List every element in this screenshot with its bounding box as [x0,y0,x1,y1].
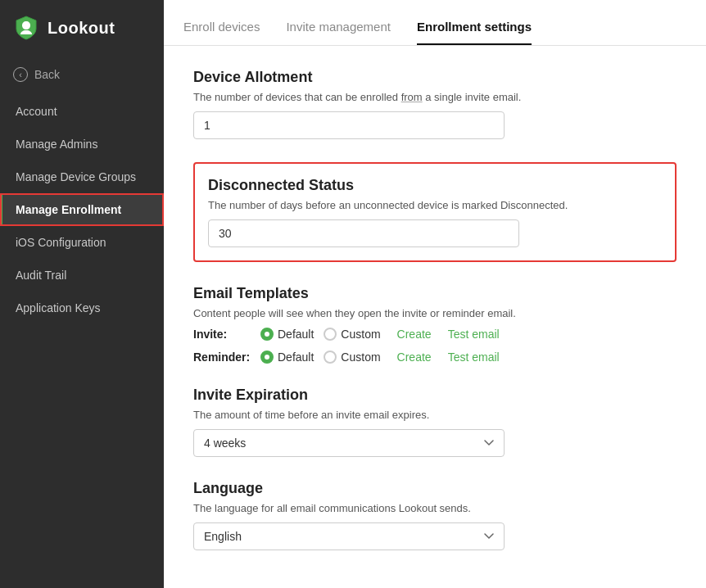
invite-test-link[interactable]: Test email [448,328,500,341]
sidebar-nav: Account Manage Admins Manage Device Grou… [0,95,164,324]
content-area: Device Allotment The number of devices t… [164,46,706,588]
device-allotment-title: Device Allotment [193,69,677,86]
invite-custom-radio[interactable]: Custom [324,328,380,341]
invite-template-row: Invite: Default Custom Create Test email [193,328,677,341]
sidebar-item-application-keys[interactable]: Application Keys [0,292,164,324]
invite-custom-label: Custom [341,328,380,341]
invite-expiration-section: Invite Expiration The amount of time bef… [193,387,677,457]
email-templates-desc: Content people will see when they open t… [193,307,677,319]
sidebar-item-manage-enrollment[interactable]: Manage Enrollment [0,193,164,226]
reminder-custom-label: Custom [341,351,380,364]
invite-create-link[interactable]: Create [397,328,432,341]
reminder-label: Reminder: [193,351,251,364]
tab-invite-management[interactable]: Invite management [286,20,391,45]
language-select[interactable]: English French German Spanish Japanese [193,522,505,550]
invite-default-radio-circle[interactable] [260,328,274,341]
disconnected-status-section: Disconnected Status The number of days b… [193,162,677,262]
email-templates-section: Email Templates Content people will see … [193,285,677,364]
reminder-test-link[interactable]: Test email [448,351,500,364]
invite-expiration-desc: The amount of time before an invite emai… [193,409,677,421]
tab-bar: Enroll devices Invite management Enrollm… [164,0,706,46]
sidebar-item-manage-admins[interactable]: Manage Admins [0,128,164,161]
disconnected-status-title: Disconnected Status [208,177,662,194]
main-content: Enroll devices Invite management Enrollm… [164,0,706,588]
invite-default-label: Default [278,328,314,341]
back-button[interactable]: ‹ Back [0,59,164,90]
sidebar-item-ios-configuration[interactable]: iOS Configuration [0,226,164,259]
sidebar-item-manage-device-groups[interactable]: Manage Device Groups [0,161,164,193]
disconnected-status-desc: The number of days before an unconnected… [208,199,662,211]
sidebar-logo: Lookout [0,0,164,56]
device-allotment-desc: The number of devices that can be enroll… [193,91,677,103]
reminder-create-link[interactable]: Create [397,351,432,364]
invite-custom-radio-circle[interactable] [324,328,337,341]
language-desc: The language for all email communication… [193,502,677,514]
email-templates-title: Email Templates [193,285,677,302]
app-title: Lookout [48,19,115,38]
lookout-logo-icon [13,15,39,41]
reminder-template-row: Reminder: Default Custom Create Test ema… [193,351,677,364]
tab-enroll-devices[interactable]: Enroll devices [183,20,260,45]
back-arrow-icon: ‹ [13,67,28,82]
invite-expiration-title: Invite Expiration [193,387,677,404]
language-title: Language [193,480,677,497]
reminder-default-radio[interactable]: Default [260,351,314,364]
disconnected-status-input[interactable] [208,219,519,247]
invite-default-radio[interactable]: Default [260,328,314,341]
language-section: Language The language for all email comm… [193,480,677,550]
device-allotment-input[interactable] [193,111,505,139]
back-label: Back [34,68,60,81]
sidebar-item-audit-trail[interactable]: Audit Trail [0,259,164,292]
invite-expiration-select[interactable]: 1 week 2 weeks 3 weeks 4 weeks 6 weeks 8… [193,429,505,457]
reminder-default-label: Default [278,351,314,364]
reminder-custom-radio[interactable]: Custom [324,351,380,364]
reminder-default-radio-circle[interactable] [260,351,274,364]
reminder-custom-radio-circle[interactable] [324,351,337,364]
device-allotment-section: Device Allotment The number of devices t… [193,69,677,139]
tab-enrollment-settings[interactable]: Enrollment settings [417,20,532,45]
sidebar: Lookout ‹ Back Account Manage Admins Man… [0,0,164,588]
invite-label: Invite: [193,328,251,341]
sidebar-item-account[interactable]: Account [0,95,164,128]
